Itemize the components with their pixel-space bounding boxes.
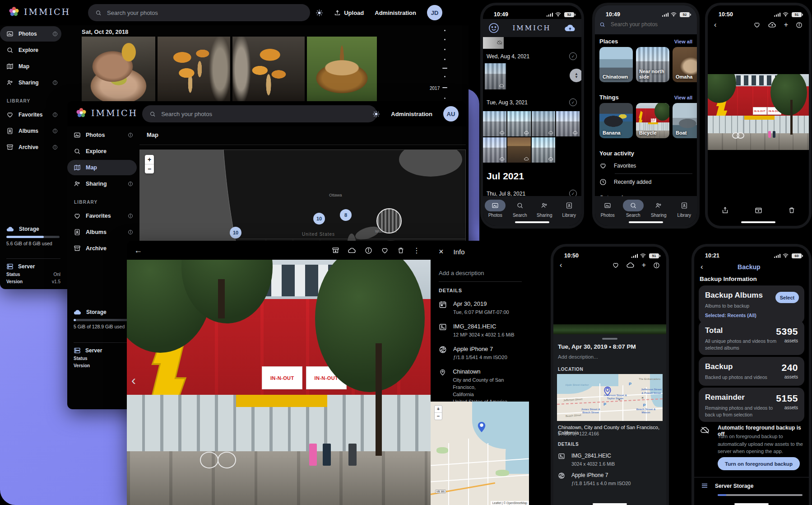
sidebar-item-sharing[interactable]: Sharing bbox=[67, 176, 137, 192]
administration-button[interactable]: Administration bbox=[375, 9, 416, 16]
location-map[interactable]: ×× Hyde Street Harbor The Embarcadero Je… bbox=[557, 374, 663, 421]
activity-favorites[interactable]: Favorites bbox=[599, 158, 692, 173]
sidebar-item-photos[interactable]: Photos bbox=[67, 127, 137, 143]
zoom-in-button[interactable]: + bbox=[435, 406, 442, 413]
zoom-out-button[interactable]: − bbox=[435, 413, 442, 420]
backup-cloud-icon[interactable] bbox=[564, 23, 576, 33]
kebab-menu-icon[interactable]: ⋮ bbox=[413, 246, 421, 255]
plus-icon[interactable]: + bbox=[642, 261, 646, 269]
info-icon[interactable] bbox=[128, 181, 133, 187]
map-photo-marker[interactable] bbox=[376, 208, 402, 234]
in-n-out-photo[interactable]: IN-N-OUT IN-N-OUT bbox=[708, 74, 809, 150]
thing-card[interactable]: IN-N-OUT Bicycle bbox=[636, 103, 669, 138]
search-input[interactable] bbox=[610, 21, 692, 28]
back-arrow-icon[interactable]: ← bbox=[134, 246, 142, 255]
place-card[interactable]: Omaha bbox=[673, 47, 697, 82]
sidebar-item-archive[interactable]: Archive bbox=[0, 140, 61, 155]
sidebar-item-favorites[interactable]: Favorites bbox=[0, 107, 61, 122]
photo-thumbnail[interactable] bbox=[556, 111, 580, 136]
sidebar-item-archive[interactable]: Archive bbox=[67, 241, 137, 256]
sidebar-item-photos[interactable]: Photos bbox=[0, 26, 61, 42]
add-description-field[interactable]: Add a description bbox=[439, 270, 484, 276]
theme-sun-icon[interactable] bbox=[316, 9, 323, 17]
nav-item-search[interactable]: Search bbox=[508, 200, 532, 218]
detail-row-location[interactable]: Chinatown City and County of San Francis… bbox=[439, 368, 524, 406]
sidebar-item-albums[interactable]: Albums bbox=[0, 123, 61, 139]
info-icon[interactable] bbox=[52, 31, 58, 37]
thing-card[interactable]: Banana bbox=[599, 103, 633, 138]
sidebar-item-explore[interactable]: Explore bbox=[67, 144, 137, 159]
select-button[interactable]: Select bbox=[775, 292, 799, 303]
turn-on-foreground-backup-button[interactable]: Turn on foreground backup bbox=[718, 457, 800, 470]
upload-button[interactable]: Upload bbox=[334, 9, 364, 16]
nav-item-photos[interactable]: Photos bbox=[595, 200, 620, 218]
place-card[interactable]: Chinatown bbox=[599, 47, 633, 82]
photo-thumbnail[interactable] bbox=[158, 37, 230, 102]
archive-download-icon[interactable] bbox=[332, 247, 339, 254]
sidebar-item-explore[interactable]: Explore bbox=[0, 42, 61, 58]
immich-logo[interactable]: IMMICH bbox=[8, 6, 70, 18]
photo-thumbnail[interactable] bbox=[82, 37, 155, 102]
partial-photo-thumbnail[interactable] bbox=[483, 37, 504, 49]
timeline-scrubber-handle[interactable]: ▲▼ bbox=[570, 69, 581, 82]
photo-viewer[interactable]: ‹ IN-N-OUT IN-N-OUT bbox=[127, 260, 431, 505]
photo-thumbnail[interactable] bbox=[483, 137, 506, 163]
view-all-link[interactable]: View all bbox=[674, 95, 692, 100]
info-icon[interactable] bbox=[128, 213, 133, 219]
info-icon[interactable] bbox=[52, 145, 58, 150]
activity-recently-added[interactable]: Recently added bbox=[599, 174, 692, 190]
cloud-upload-icon[interactable] bbox=[768, 22, 776, 28]
heart-icon[interactable] bbox=[612, 262, 619, 269]
sidebar-item-albums[interactable]: Albums bbox=[67, 224, 137, 240]
sidebar-item-map[interactable]: Map bbox=[67, 160, 137, 175]
photo-thumbnail[interactable] bbox=[532, 137, 555, 163]
info-icon[interactable] bbox=[653, 262, 660, 269]
thing-card[interactable]: Boat bbox=[673, 103, 697, 138]
photo-sliver[interactable] bbox=[553, 324, 666, 334]
nav-item-sharing[interactable]: Sharing bbox=[646, 200, 671, 218]
back-chevron-icon[interactable]: ‹ bbox=[714, 21, 716, 29]
select-check-icon[interactable]: ✓ bbox=[569, 98, 577, 106]
sidebar-item-favorites[interactable]: Favorites bbox=[67, 208, 137, 224]
view-all-link[interactable]: View all bbox=[674, 39, 692, 44]
search-bar[interactable] bbox=[88, 4, 310, 21]
administration-button[interactable]: Administration bbox=[391, 111, 432, 117]
photo-thumbnail[interactable] bbox=[485, 63, 506, 89]
search-input[interactable] bbox=[160, 110, 370, 118]
map-zoom-control[interactable]: +− bbox=[434, 405, 442, 420]
select-check-icon[interactable]: ✓ bbox=[569, 52, 577, 60]
add-description-field[interactable]: Add description... bbox=[558, 354, 598, 360]
nav-item-photos[interactable]: Photos bbox=[483, 200, 507, 218]
previous-photo-chevron[interactable]: ‹ bbox=[131, 373, 136, 388]
heart-icon[interactable] bbox=[381, 247, 389, 254]
cloud-download-icon[interactable] bbox=[348, 247, 356, 254]
info-icon[interactable] bbox=[52, 80, 58, 85]
photo-thumbnail[interactable] bbox=[232, 37, 305, 102]
close-icon[interactable]: × bbox=[439, 247, 444, 257]
photo-thumbnail[interactable] bbox=[483, 111, 506, 136]
share-icon[interactable] bbox=[721, 206, 729, 214]
info-icon[interactable] bbox=[365, 247, 372, 254]
map-cluster-marker[interactable]: 10 bbox=[313, 213, 325, 224]
zoom-out-button[interactable]: − bbox=[145, 164, 154, 173]
info-icon[interactable] bbox=[128, 229, 133, 235]
sidebar-item-sharing[interactable]: Sharing bbox=[0, 75, 61, 90]
archive-add-icon[interactable] bbox=[755, 206, 762, 214]
profile-icon[interactable] bbox=[488, 23, 499, 33]
info-icon[interactable] bbox=[52, 112, 58, 117]
heart-icon[interactable] bbox=[753, 21, 761, 28]
info-icon[interactable] bbox=[52, 128, 58, 134]
zoom-in-button[interactable]: + bbox=[145, 155, 154, 164]
photo-thumbnail[interactable] bbox=[532, 111, 555, 136]
map-cluster-marker[interactable]: 10 bbox=[230, 227, 241, 238]
info-icon[interactable] bbox=[128, 132, 133, 138]
back-chevron-icon[interactable]: ‹ bbox=[560, 261, 562, 269]
avatar[interactable]: AU bbox=[443, 106, 459, 122]
trash-icon[interactable] bbox=[788, 206, 795, 214]
theme-sun-icon[interactable] bbox=[372, 110, 380, 118]
drag-handle[interactable] bbox=[602, 338, 617, 340]
photo-thumbnail[interactable] bbox=[307, 37, 377, 102]
photo-thumbnail[interactable] bbox=[507, 137, 531, 163]
map-zoom-control[interactable]: +− bbox=[145, 155, 154, 173]
trash-icon[interactable] bbox=[397, 247, 404, 254]
